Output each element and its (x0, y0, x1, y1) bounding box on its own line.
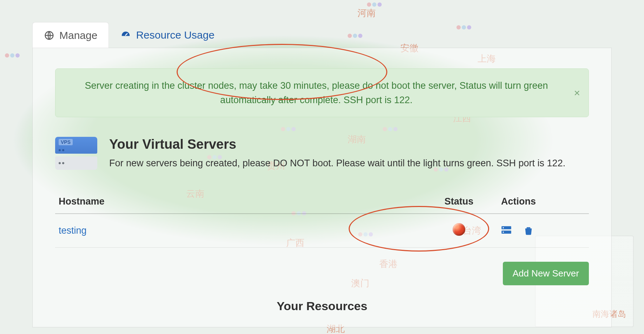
section-subtitle: For new servers being created, please DO… (109, 157, 565, 170)
add-new-server-button[interactable]: Add New Server (503, 262, 589, 285)
tab-manage[interactable]: Manage (32, 22, 109, 48)
close-icon: × (574, 87, 580, 99)
vps-server-icon (55, 137, 97, 170)
manage-panel: Server creating in the cluster nodes, ma… (32, 48, 612, 327)
globe-icon (44, 30, 54, 41)
manage-server-icon[interactable] (501, 226, 512, 235)
col-header-status: Status (420, 190, 498, 214)
delete-server-icon[interactable] (524, 226, 534, 235)
status-indicator-red (453, 223, 465, 236)
alert-close-button[interactable]: × (574, 88, 580, 98)
col-header-actions: Actions (498, 190, 589, 214)
servers-table: Hostname Status Actions testing (55, 190, 589, 248)
table-row: testing (55, 214, 589, 248)
tab-resource-usage[interactable]: Resource Usage (109, 22, 226, 48)
section-title: Your Virtual Servers (109, 137, 565, 152)
tab-manage-label: Manage (59, 30, 97, 41)
alert-message: Server creating in the cluster nodes, ma… (85, 80, 548, 105)
dashboard-icon (120, 30, 131, 40)
alert-banner: Server creating in the cluster nodes, ma… (55, 68, 589, 117)
svg-point-4 (503, 232, 504, 233)
hostname-link[interactable]: testing (59, 225, 87, 236)
tab-resource-usage-label: Resource Usage (136, 30, 214, 40)
your-resources-heading: Your Resources (55, 299, 589, 313)
tab-bar: Manage Resource Usage (0, 22, 644, 48)
svg-point-3 (503, 227, 504, 229)
col-header-hostname: Hostname (55, 190, 420, 214)
